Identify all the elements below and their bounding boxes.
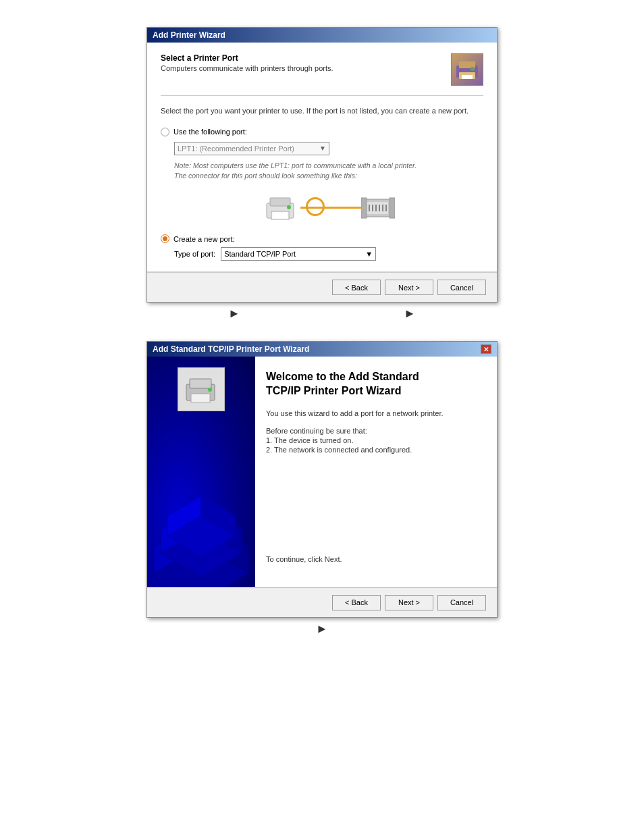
svg-rect-21 xyxy=(190,379,211,388)
before-label: Before continuing be sure that: xyxy=(266,427,486,435)
tcpip-main-content: Welcome to the Add Standard TCP/IP Print… xyxy=(255,357,497,587)
port-dropdown[interactable]: LPT1: (Recommended Printer Port) ▼ xyxy=(174,142,329,155)
use-port-radio[interactable] xyxy=(161,128,169,136)
create-port-label: Create a new port: xyxy=(173,235,235,243)
sidebar-shapes xyxy=(147,452,255,587)
dialog1-back-button[interactable]: < Back xyxy=(332,280,381,295)
dialog1-body: Select a Printer Port Computers communic… xyxy=(147,43,497,302)
create-port-row: Create a new port: xyxy=(161,234,483,243)
wizard-content: Select a Printer Port Computers communic… xyxy=(147,43,497,272)
wizard-header-text: Select a Printer Port Computers communic… xyxy=(161,53,333,72)
svg-rect-22 xyxy=(191,394,210,402)
tcpip-welcome-title: Welcome to the Add Standard TCP/IP Print… xyxy=(266,370,486,398)
check1: 1. The device is turned on. xyxy=(266,436,486,444)
sidebar-shapes-svg xyxy=(147,452,255,587)
type-dropdown-arrow: ▼ xyxy=(365,250,373,258)
wizard-header: Select a Printer Port Computers communic… xyxy=(161,53,483,86)
wizard-subheading: Computers communicate with printers thro… xyxy=(161,64,333,72)
svg-rect-11 xyxy=(367,202,388,214)
spacer xyxy=(266,459,486,554)
type-port-value: Standard TCP/IP Port xyxy=(224,250,296,258)
svg-point-4 xyxy=(471,67,475,71)
dialog2-title: Add Standard TCP/IP Printer Port Wizard xyxy=(153,344,309,354)
printer-icon-svg xyxy=(454,56,481,83)
dialog2-cancel-button[interactable]: Cancel xyxy=(437,595,486,610)
arrow-right: ► xyxy=(404,307,416,321)
dialog2-next-button[interactable]: Next > xyxy=(385,595,433,610)
svg-rect-6 xyxy=(270,198,290,206)
separator1 xyxy=(161,95,483,96)
tcpip-welcome-line2: TCP/IP Printer Port Wizard xyxy=(266,385,401,396)
dialog1-next-button[interactable]: Next > xyxy=(385,280,433,295)
arrow-single: ► xyxy=(316,622,328,636)
use-port-label: Use the following port: xyxy=(173,128,247,136)
dialog2-footer: < Back Next > Cancel xyxy=(147,588,497,617)
tcpip-continue: To continue, click Next. xyxy=(266,554,486,565)
cable-illustration xyxy=(174,191,483,224)
titlebar-left: Add Printer Wizard xyxy=(153,30,225,40)
dialog1-title: Add Printer Wizard xyxy=(153,30,225,40)
tcpip-desc1: You use this wizard to add a port for a … xyxy=(266,408,486,419)
note-line1: Note: Most computers use the LPT1: port … xyxy=(174,161,417,170)
sidebar-printer-svg xyxy=(183,371,220,408)
printer-illustration xyxy=(263,191,300,224)
note-line2: The connector for this port should look … xyxy=(174,172,357,180)
arrow-left: ► xyxy=(228,307,240,321)
check2: 2. The network is connected and configur… xyxy=(266,446,486,454)
dialog2-back-button[interactable]: < Back xyxy=(332,595,381,610)
svg-rect-13 xyxy=(390,198,395,218)
type-port-row: Type of port: Standard TCP/IP Port ▼ xyxy=(174,247,483,261)
tcpip-sidebar xyxy=(147,357,255,587)
svg-rect-9 xyxy=(273,213,287,218)
type-port-dropdown[interactable]: Standard TCP/IP Port ▼ xyxy=(221,247,376,261)
create-port-radio[interactable] xyxy=(161,234,169,243)
tcpip-checklist: Before continuing be sure that: 1. The d… xyxy=(266,427,486,454)
sidebar-printer-icon xyxy=(178,367,225,411)
cable-container xyxy=(300,207,361,209)
printer-wizard-icon xyxy=(451,53,483,86)
svg-rect-12 xyxy=(361,198,367,218)
dialog1-titlebar: Add Printer Wizard xyxy=(147,28,497,43)
cable-with-circle xyxy=(300,207,361,209)
wizard-description: Select the port you want your printer to… xyxy=(161,105,483,117)
use-port-row: Use the following port: xyxy=(161,128,483,136)
wizard-heading: Select a Printer Port xyxy=(161,53,333,63)
arrow-below-dialog2: ► xyxy=(146,622,498,636)
tcpip-welcome-line1: Welcome to the Add Standard xyxy=(266,371,419,382)
port-select-row: LPT1: (Recommended Printer Port) ▼ xyxy=(174,142,483,155)
port-value: LPT1: (Recommended Printer Port) xyxy=(178,145,294,153)
dialog2-close-button[interactable]: ✕ xyxy=(481,344,491,354)
type-port-label: Type of port: xyxy=(174,250,215,258)
dialog1-cancel-button[interactable]: Cancel xyxy=(437,280,486,295)
titlebar2-left: Add Standard TCP/IP Printer Port Wizard xyxy=(153,344,309,354)
svg-point-8 xyxy=(287,205,291,209)
dropdown-arrow: ▼ xyxy=(319,145,326,152)
dialog2-titlebar: Add Standard TCP/IP Printer Port Wizard … xyxy=(147,342,497,357)
arrows-between: ► ► xyxy=(146,307,498,321)
svg-point-23 xyxy=(208,388,212,392)
tcpip-body: Welcome to the Add Standard TCP/IP Print… xyxy=(147,357,497,588)
connector-illustration xyxy=(361,191,395,224)
tcpip-wizard-dialog: Add Standard TCP/IP Printer Port Wizard … xyxy=(146,341,498,618)
add-printer-wizard-dialog: Add Printer Wizard Select a Printer Port… xyxy=(146,27,498,303)
svg-rect-3 xyxy=(462,75,473,79)
note-text: Note: Most computers use the LPT1: port … xyxy=(174,161,483,182)
dialog1-footer: < Back Next > Cancel xyxy=(147,272,497,302)
cable-circle xyxy=(306,197,325,216)
